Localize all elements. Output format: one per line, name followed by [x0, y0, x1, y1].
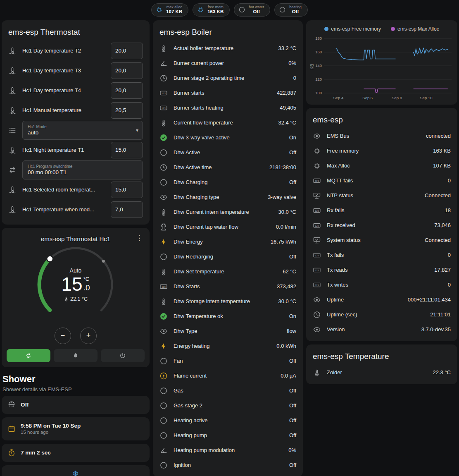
mode-select[interactable]: Hc1 Modeauto▾ [22, 121, 143, 140]
shower-row[interactable]: 7 min 2 sec [2, 444, 150, 462]
entity-row[interactable]: Free memory163 KB [306, 144, 457, 158]
number-input[interactable]: 15,0 [111, 142, 143, 158]
entity-row[interactable]: Current flow temperature32.4 °C [153, 115, 303, 130]
entity-row[interactable]: Dhw Active time2181:38:00 [153, 160, 303, 175]
status-badge[interactable]: heatingOff [274, 3, 308, 17]
number-input[interactable]: 15,0 [111, 182, 143, 198]
entity-row[interactable]: EMS Busconnected [306, 129, 457, 144]
entity-row[interactable]: 123Rx received73,046 [306, 218, 457, 233]
circle-outline-icon [159, 431, 168, 440]
svg-text:123: 123 [315, 179, 319, 182]
number-input[interactable]: 7,0 [111, 201, 143, 218]
entity-row[interactable]: 123Rx fails18 [306, 203, 457, 218]
auto-mode-button[interactable] [7, 349, 50, 362]
entity-row[interactable]: Dhw ActiveOff [153, 145, 303, 160]
status-badge[interactable]: max alloc107 KB [151, 3, 188, 17]
svg-text:123: 123 [162, 285, 166, 288]
entity-row[interactable]: 123Tx fails0 [306, 248, 457, 263]
entity-row[interactable]: Actual boiler temperature33.2 °C [153, 41, 303, 56]
entity-row[interactable]: Heating pump modulation0% [153, 443, 303, 458]
shower-row[interactable]: 9:58 PM on Tue 10 Sep15 hours ago [2, 417, 150, 440]
memory-chart[interactable]: 100120140160180KBSep 4Sep 6Sep 8Sep 10 [309, 33, 454, 104]
entity-value: 49,405 [280, 105, 296, 111]
more-options-icon[interactable]: ⋮ [134, 234, 145, 242]
entity-row[interactable]: Dhw Current tap water flow0.0 l/min [153, 220, 303, 234]
number-input[interactable]: 20,5 [111, 102, 143, 119]
entity-row[interactable]: 123Burner starts422,887 [153, 86, 303, 100]
entity-value: Off [289, 432, 296, 438]
entity-row[interactable]: Version3.7.0-dev.35 [306, 322, 457, 337]
eye-icon [159, 193, 168, 201]
heat-mode-button[interactable] [54, 349, 98, 362]
thermometer-icon [159, 297, 168, 306]
thermostat-dial[interactable]: Auto 15 °C .0 22.1 °C [32, 243, 119, 326]
entity-value: 0% [288, 60, 296, 66]
entity-row[interactable]: Zolder22.3 °C [306, 365, 457, 380]
entity-row[interactable]: Heating pumpOff [153, 428, 303, 443]
entity-row[interactable]: Gas stage 2Off [153, 398, 303, 413]
eye-icon [313, 132, 321, 140]
entity-label: Heating pump modulation [174, 447, 283, 453]
entity-row: Hc1 Manual temperature20,5 [8, 100, 143, 120]
entity-row[interactable]: 123Burner starts heating49,405 [153, 100, 303, 115]
entity-value: 0 [448, 177, 451, 184]
status-badge[interactable]: free mem163 KB [193, 3, 230, 17]
entity-row[interactable]: Uptime (sec)21:11:01 [306, 307, 457, 322]
entity-row[interactable]: Burner stage 2 operating time0 [153, 71, 303, 86]
entity-row: Hc1 Day temperature T420,0 [8, 81, 143, 100]
entity-row[interactable]: Dhw RechargingOff [153, 249, 303, 264]
entity-row[interactable]: Burner current power0% [153, 56, 303, 71]
entity-row[interactable]: Dhw Energy16.75 kWh [153, 234, 303, 249]
entity-row[interactable]: NTP statusConnected [306, 188, 457, 203]
dial-handle[interactable] [47, 256, 53, 262]
entity-row[interactable]: Dhw Temperature okOn [153, 309, 303, 324]
top-badge-bar: max alloc107 KBfree mem163 KBhot waterOf… [0, 0, 459, 20]
entity-row[interactable]: Dhw ChargingOff [153, 175, 303, 190]
entity-row[interactable]: IgnitionOff [153, 458, 303, 473]
badge-label: hot water [249, 5, 264, 9]
entity-row[interactable]: Heating activeOff [153, 413, 303, 428]
thermometer-water-icon [8, 186, 17, 194]
entity-row[interactable]: System statusConnected [306, 233, 457, 248]
entity-value: 422,887 [277, 90, 296, 96]
shower-row[interactable]: ❄ [2, 465, 150, 476]
entity-row[interactable]: 123Tx writes0 [306, 277, 457, 292]
entity-row[interactable]: 123MQTT fails0 [306, 173, 457, 188]
clock-icon [159, 163, 168, 172]
entity-row[interactable]: 123Tx reads17,827 [306, 263, 457, 277]
entity-value: 3.7.0-dev.35 [421, 326, 451, 332]
entity-row[interactable]: GasOff [153, 383, 303, 398]
entity-row[interactable]: Dhw Charging type3-way valve [153, 190, 303, 205]
entity-row[interactable]: Flame current0.0 µA [153, 368, 303, 383]
entity-row[interactable]: Dhw Typeflow [153, 324, 303, 339]
entity-label: System status [327, 237, 419, 243]
field-value: 00 mo 00:00 T1 [28, 169, 131, 175]
number-input[interactable]: 20,0 [111, 82, 143, 99]
legend-item[interactable]: ems-esp Max Alloc [391, 26, 439, 32]
number-input[interactable]: 20,0 [111, 62, 143, 79]
counter-icon: 123 [313, 206, 321, 215]
counter-icon: 123 [313, 266, 321, 274]
increase-temp-button[interactable]: + [80, 328, 97, 344]
entity-row[interactable]: Max Alloc107 KB [306, 158, 457, 173]
entity-row[interactable]: Dhw Set temperature62 °C [153, 264, 303, 279]
shower-row[interactable]: Off [2, 396, 150, 414]
number-input[interactable]: 20,0 [111, 43, 143, 59]
switchtime-text-field[interactable]: Hc1 Program switchtime00 mo 00:00 T1 [22, 160, 143, 179]
entity-value: 73,046 [434, 222, 451, 228]
entity-row[interactable]: Energy heating0.0 kWh [153, 339, 303, 354]
ems-esp-status-card: ems-esp EMS BusconnectedFree memory163 K… [306, 108, 457, 341]
entity-row[interactable]: Dhw Current intern temperature30.0 °C [153, 205, 303, 220]
entity-row[interactable]: 123Dhw Starts373,482 [153, 279, 303, 294]
legend-item[interactable]: ems-esp Free memory [324, 26, 381, 32]
entity-row[interactable]: Uptime000+21:11:01.434 [306, 292, 457, 307]
entity-value: connected [426, 133, 451, 139]
decrease-temp-button[interactable]: − [55, 328, 71, 344]
status-badge[interactable]: hot waterOff [234, 3, 270, 17]
power-icon [119, 352, 126, 359]
entity-row[interactable]: FanOff [153, 354, 303, 368]
entity-label: Hc1 Day temperature T3 [22, 67, 105, 74]
entity-row[interactable]: Dhw Storage intern temperature30.0 °C [153, 294, 303, 309]
entity-row[interactable]: Dhw 3-way valve activeOn [153, 130, 303, 145]
power-mode-button[interactable] [101, 349, 145, 362]
